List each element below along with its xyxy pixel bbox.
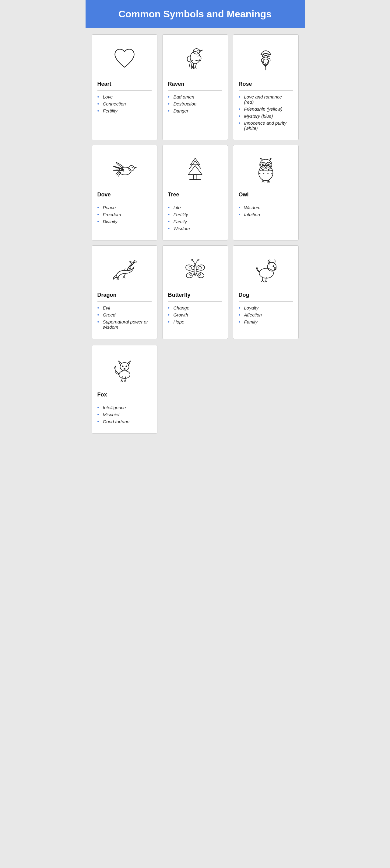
list-item: Intelligence — [98, 405, 151, 410]
list-item: Divinity — [98, 219, 151, 224]
svg-point-34 — [123, 368, 125, 369]
svg-point-32 — [122, 366, 123, 367]
list-item: Mystery (blue) — [239, 114, 293, 119]
list-item: Fertility — [98, 108, 151, 114]
raven-icon — [168, 41, 222, 77]
svg-point-1 — [193, 49, 200, 54]
rose-meanings: Love and romance (red) Friendship (yello… — [239, 94, 293, 132]
list-item: Fertility — [168, 212, 222, 217]
list-item: Wisdom — [239, 205, 293, 210]
list-item: Love — [98, 94, 151, 99]
card-rose: Rose Love and romance (red) Friendship (… — [233, 34, 299, 140]
list-item: Good fortune — [98, 419, 151, 424]
list-item: Peace — [98, 205, 151, 210]
symbols-grid: Heart Love Connection Fertility — [86, 28, 305, 345]
card-tree: Tree Life Fertility Family Wisdom — [162, 145, 228, 241]
svg-point-31 — [119, 371, 130, 378]
list-item: Danger — [168, 108, 222, 114]
fox-meanings: Intelligence Mischief Good fortune — [98, 405, 151, 426]
svg-marker-9 — [189, 161, 201, 169]
list-item: Affection — [239, 312, 293, 317]
list-item: Evil — [98, 305, 151, 310]
svg-point-29 — [273, 266, 274, 267]
list-item: Intuition — [239, 212, 293, 217]
list-item: Friendship (yellow) — [239, 106, 293, 112]
dove-title: Dove — [98, 191, 151, 201]
list-item: Connection — [98, 101, 151, 106]
list-item: Innocence and purity (white) — [239, 120, 293, 131]
svg-point-5 — [132, 167, 133, 168]
header: Common Symbols and Meanings — [86, 0, 305, 28]
list-item: Supernatural power or wisdom — [98, 319, 151, 330]
svg-point-18 — [269, 164, 270, 165]
svg-point-27 — [259, 269, 273, 278]
raven-meanings: Bad omen Destruction Danger — [168, 94, 222, 115]
list-item: Growth — [168, 312, 222, 317]
list-item: Freedom — [98, 212, 151, 217]
svg-point-33 — [126, 366, 127, 367]
dog-icon — [239, 252, 293, 288]
dove-icon — [98, 151, 151, 188]
owl-icon — [239, 151, 293, 188]
svg-point-20 — [194, 265, 196, 275]
fox-title: Fox — [98, 392, 151, 401]
list-item: Greed — [98, 312, 151, 317]
svg-point-25 — [190, 273, 192, 275]
list-item: Family — [239, 319, 293, 324]
list-item: Destruction — [168, 101, 222, 106]
list-item: Loyalty — [239, 305, 293, 310]
owl-title: Owl — [239, 191, 293, 201]
svg-point-17 — [263, 164, 264, 165]
list-item: Bad omen — [168, 94, 222, 99]
svg-point-23 — [189, 266, 192, 269]
card-dove: Dove Peace Freedom Divinity — [92, 145, 158, 241]
list-item: Family — [168, 219, 222, 224]
svg-point-24 — [198, 266, 201, 269]
dove-meanings: Peace Freedom Divinity — [98, 205, 151, 226]
bottom-row: Fox Intelligence Mischief Good fortune — [86, 345, 305, 440]
heart-title: Heart — [98, 81, 151, 91]
card-raven: Raven Bad omen Destruction Danger — [162, 34, 228, 140]
fox-icon — [98, 351, 151, 388]
card-owl: Owl Wisdom Intuition — [233, 145, 299, 241]
list-item: Life — [168, 205, 222, 210]
svg-marker-8 — [188, 166, 202, 175]
card-butterfly: Butterfly Change Growth Hope — [162, 245, 228, 339]
svg-point-2 — [197, 50, 198, 51]
card-fox: Fox Intelligence Mischief Good fortune — [92, 345, 158, 434]
owl-meanings: Wisdom Intuition — [239, 205, 293, 219]
svg-point-19 — [133, 262, 134, 263]
butterfly-icon — [168, 252, 222, 288]
svg-marker-10 — [190, 158, 200, 165]
dragon-icon — [98, 252, 151, 288]
list-item: Mischief — [98, 412, 151, 417]
butterfly-title: Butterfly — [168, 292, 222, 302]
svg-rect-6 — [193, 175, 197, 179]
page-title: Common Symbols and Meanings — [92, 8, 299, 20]
dog-meanings: Loyalty Affection Family — [239, 305, 293, 326]
raven-title: Raven — [168, 81, 222, 91]
tree-meanings: Life Fertility Family Wisdom — [168, 205, 222, 233]
heart-meanings: Love Connection Fertility — [98, 94, 151, 115]
card-dog: Dog Loyalty Affection Family — [233, 245, 299, 339]
dog-title: Dog — [239, 292, 293, 302]
tree-icon — [168, 151, 222, 188]
list-item: Hope — [168, 319, 222, 324]
tree-title: Tree — [168, 191, 222, 201]
dragon-title: Dragon — [98, 292, 151, 302]
rose-title: Rose — [239, 81, 293, 91]
dragon-meanings: Evil Greed Supernatural power or wisdom — [98, 305, 151, 331]
heart-icon — [98, 41, 151, 77]
list-item: Change — [168, 305, 222, 310]
card-dragon: Dragon Evil Greed Supernatural power or … — [92, 245, 158, 339]
svg-point-26 — [198, 273, 200, 275]
list-item: Wisdom — [168, 226, 222, 231]
list-item: Love and romance (red) — [239, 94, 293, 104]
butterfly-meanings: Change Growth Hope — [168, 305, 222, 326]
rose-icon — [239, 41, 293, 77]
card-heart: Heart Love Connection Fertility — [92, 34, 158, 140]
